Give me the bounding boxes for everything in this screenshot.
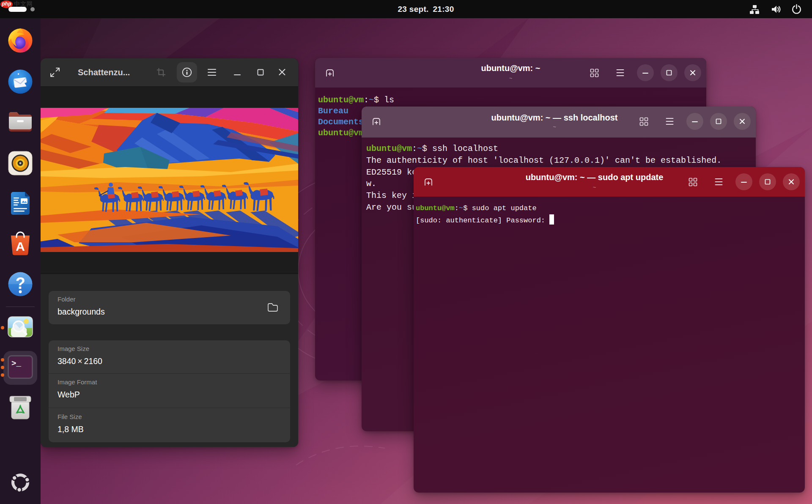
svg-text:A: A	[16, 239, 25, 253]
svg-text:?: ?	[15, 274, 25, 292]
svg-text:>_: >_	[11, 359, 21, 368]
